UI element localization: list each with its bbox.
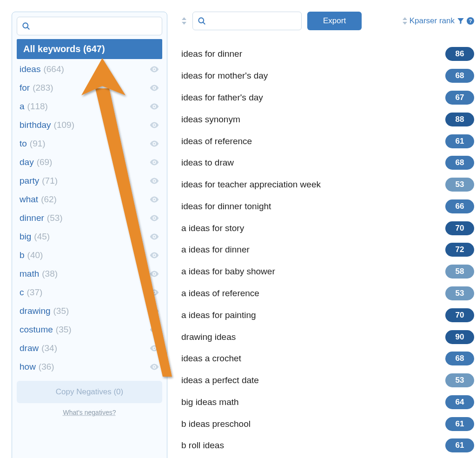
- eye-icon[interactable]: [149, 157, 159, 167]
- sidebar-item[interactable]: drawing(35): [17, 302, 162, 320]
- eye-icon[interactable]: [149, 250, 159, 260]
- all-keywords-header[interactable]: All keywords (647): [17, 39, 162, 59]
- result-text: a ideas for painting: [181, 310, 256, 320]
- result-row[interactable]: ideas for dinner86: [181, 43, 474, 65]
- eye-icon[interactable]: [149, 362, 159, 372]
- sidebar-item[interactable]: a(118): [17, 97, 162, 116]
- sidebar-item-count: (38): [42, 269, 58, 279]
- result-text: ideas a perfect date: [181, 375, 259, 385]
- toolbar: Export Kparser rank ?: [181, 12, 474, 30]
- result-row[interactable]: ideas of reference61: [181, 130, 474, 152]
- sidebar-item-word: c: [20, 287, 24, 298]
- sidebar-item[interactable]: draw(34): [17, 339, 162, 358]
- sidebar-search-input[interactable]: [17, 17, 162, 35]
- result-row[interactable]: a ideas for painting70: [181, 304, 474, 326]
- sidebar-item[interactable]: math(38): [17, 265, 162, 283]
- sidebar-item[interactable]: for(283): [17, 79, 162, 97]
- sidebar-item-count: (69): [37, 157, 53, 167]
- result-row[interactable]: ideas a crochet68: [181, 348, 474, 370]
- rank-pill: 70: [445, 221, 474, 235]
- sort-toggle-left[interactable]: [181, 17, 187, 25]
- svg-line-1: [27, 27, 29, 29]
- result-row[interactable]: a ideas for story70: [181, 217, 474, 239]
- rank-pill: 88: [445, 113, 474, 126]
- export-button[interactable]: Export: [307, 12, 362, 30]
- result-row[interactable]: drawing ideas90: [181, 326, 474, 348]
- all-keywords-label: All keywords: [23, 44, 80, 54]
- eye-icon[interactable]: [149, 101, 159, 112]
- result-row[interactable]: ideas for teacher appreciation week53: [181, 174, 474, 196]
- eye-icon[interactable]: [149, 269, 159, 279]
- result-row[interactable]: ideas to draw68: [181, 152, 474, 174]
- eye-icon[interactable]: [149, 213, 159, 223]
- rank-pill: 53: [445, 373, 474, 387]
- result-row[interactable]: ideas for dinner tonight66: [181, 195, 474, 217]
- sidebar-item[interactable]: costume(35): [17, 320, 162, 339]
- sidebar-item[interactable]: how(36): [17, 358, 162, 376]
- result-row[interactable]: ideas a perfect date53: [181, 370, 474, 392]
- help-icon[interactable]: ?: [467, 17, 474, 25]
- sidebar-item-word: day: [20, 157, 34, 167]
- result-text: ideas to draw: [181, 158, 234, 168]
- rank-pill: 61: [445, 134, 474, 148]
- eye-icon[interactable]: [149, 306, 159, 316]
- sidebar-item[interactable]: big(45): [17, 227, 162, 246]
- rank-pill: 72: [445, 243, 474, 257]
- eye-icon[interactable]: [149, 176, 159, 186]
- sidebar-item[interactable]: dinner(53): [17, 209, 162, 227]
- sidebar-item[interactable]: ideas(664): [17, 60, 162, 79]
- rank-pill: 61: [445, 438, 474, 452]
- filter-icon[interactable]: [456, 17, 465, 25]
- eye-icon[interactable]: [149, 343, 159, 353]
- sidebar-list: ideas(664)for(283)a(118)birthday(109)to(…: [17, 60, 162, 376]
- result-row[interactable]: a ideas for dinner72: [181, 239, 474, 261]
- sidebar-item[interactable]: to(91): [17, 134, 162, 153]
- eye-icon[interactable]: [149, 232, 159, 242]
- sidebar-item-word: birthday: [20, 120, 51, 130]
- sidebar-item[interactable]: birthday(109): [17, 116, 162, 134]
- rank-pill: 53: [445, 286, 474, 300]
- eye-icon[interactable]: [149, 83, 159, 93]
- sidebar-item-count: (34): [41, 343, 57, 353]
- rank-pill: 64: [445, 395, 474, 409]
- sidebar-item[interactable]: c(37): [17, 283, 162, 302]
- result-row[interactable]: ideas synonym88: [181, 108, 474, 130]
- rank-column-header[interactable]: Kparser rank ?: [402, 16, 474, 26]
- eye-icon[interactable]: [149, 325, 159, 335]
- result-row[interactable]: ideas for father's day67: [181, 87, 474, 109]
- result-row[interactable]: a ideas for baby shower58: [181, 261, 474, 283]
- copy-negatives-button[interactable]: Copy Negatives (0): [17, 381, 162, 403]
- sort-toggle-rank[interactable]: [402, 17, 408, 25]
- result-row[interactable]: a ideas of reference53: [181, 283, 474, 305]
- eye-icon[interactable]: [149, 139, 159, 149]
- sidebar-item-word: costume: [20, 325, 53, 335]
- sidebar-item[interactable]: what(62): [17, 190, 162, 209]
- sidebar-item-count: (118): [27, 101, 48, 112]
- result-row[interactable]: ideas for mother's day68: [181, 65, 474, 87]
- eye-icon[interactable]: [149, 120, 159, 130]
- result-row[interactable]: b ideas preschool61: [181, 413, 474, 435]
- eye-icon[interactable]: [149, 64, 159, 74]
- svg-line-3: [203, 22, 205, 24]
- sidebar-item-word: math: [20, 269, 39, 279]
- sidebar-item[interactable]: party(71): [17, 172, 162, 190]
- result-text: a ideas for baby shower: [181, 266, 275, 277]
- rank-pill: 61: [445, 417, 474, 431]
- rank-pill: 90: [445, 330, 474, 344]
- rank-pill: 68: [445, 156, 474, 170]
- sidebar-item-word: dinner: [20, 213, 44, 223]
- sidebar-item[interactable]: day(69): [17, 153, 162, 172]
- rank-pill: 68: [445, 352, 474, 365]
- eye-icon[interactable]: [149, 194, 159, 205]
- sidebar-item-count: (71): [42, 176, 58, 186]
- result-row[interactable]: big ideas math64: [181, 392, 474, 413]
- result-text: a ideas for dinner: [181, 245, 250, 255]
- eye-icon[interactable]: [149, 287, 159, 298]
- rank-pill: 53: [445, 178, 474, 192]
- sidebar-item-count: (53): [47, 213, 63, 223]
- sidebar-item[interactable]: b(40): [17, 246, 162, 265]
- main-search-input[interactable]: [192, 12, 302, 30]
- whats-negatives-link[interactable]: What's negatives?: [17, 409, 162, 416]
- result-row[interactable]: b roll ideas61: [181, 435, 474, 457]
- sidebar-item-word: ideas: [20, 64, 40, 74]
